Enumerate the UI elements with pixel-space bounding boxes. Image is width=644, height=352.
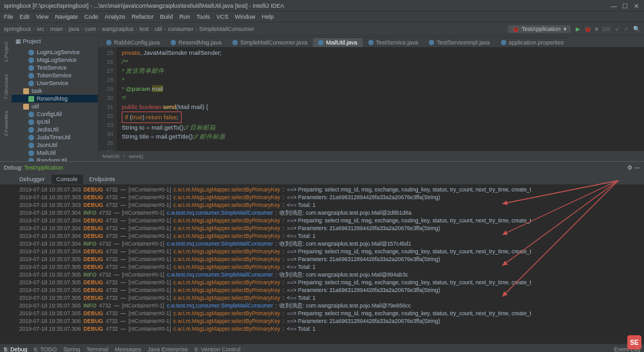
window-title: springboot [F:\project\springboot] - ...…: [4, 3, 611, 9]
stop-icon[interactable]: ■: [595, 26, 598, 32]
project-pane-header[interactable]: ▦ Project: [12, 35, 98, 47]
code-area[interactable]: private, JavaMailSender mailSender; /** …: [117, 47, 644, 151]
search-icon[interactable]: 🔍: [633, 26, 640, 32]
bottom-tab[interactable]: Java Enterprise: [147, 346, 188, 352]
tree-item-label: RandomUtil: [37, 157, 67, 161]
breadcrumb-item[interactable]: wangzaiplus: [102, 26, 134, 32]
bottom-tab[interactable]: 6: TODO: [34, 346, 57, 352]
breadcrumb-item[interactable]: MailUtil: [102, 153, 119, 159]
menu-tools[interactable]: Tools: [196, 14, 210, 20]
menu-code[interactable]: Code: [84, 14, 99, 20]
tree-item[interactable]: MailUtil: [12, 149, 98, 157]
tab-label: RabbitConfig.java: [114, 39, 160, 46]
editor-tab[interactable]: ResendMsg.java: [166, 37, 227, 47]
tree-item[interactable]: TestService: [12, 64, 98, 72]
tree-item[interactable]: task: [12, 87, 98, 95]
editor: RabbitConfig.javaResendMsg.javaSimpleMai…: [99, 35, 644, 161]
tree-item-label: TokenService: [37, 72, 71, 79]
tree-item[interactable]: UserService: [12, 79, 98, 87]
breadcrumb-item[interactable]: src: [37, 26, 44, 32]
run-icon[interactable]: ▶: [576, 26, 580, 32]
debug-tab-debugger[interactable]: Debugger: [14, 175, 50, 184]
editor-tab[interactable]: SimpleMailConsumer.java: [227, 37, 312, 47]
tree-item-label: JodaTimeUtil: [37, 134, 70, 141]
breadcrumb-item[interactable]: send(): [129, 153, 144, 159]
tree-item[interactable]: RandomUtil: [12, 157, 98, 161]
bottom-tab[interactable]: Messages: [115, 346, 141, 352]
breadcrumb-item[interactable]: java: [69, 26, 80, 32]
editor-tab[interactable]: application.properties: [496, 37, 569, 47]
menu-analyze[interactable]: Analyze: [104, 14, 125, 20]
bottom-tab[interactable]: 5: Debug: [4, 346, 28, 352]
class-icon: [28, 57, 34, 63]
git-update-icon[interactable]: ↙: [615, 26, 620, 32]
tree-item[interactable]: JedisUtil: [12, 126, 98, 133]
log-row: 2019-07-18 19:35:07.303 DEBUG 4732 --- […: [19, 201, 640, 209]
bottom-tool-stripe: 5: Debug6: TODOSpringTerminalMessagesJav…: [0, 344, 644, 352]
tree-item[interactable]: JsonUtil: [12, 141, 98, 149]
tree-item[interactable]: ConfigUtil: [12, 110, 98, 118]
menu-file[interactable]: File: [4, 14, 14, 20]
hide-icon[interactable]: —: [634, 164, 640, 171]
tree-item-label: LoginLogService: [37, 49, 80, 55]
menu-navigate[interactable]: Navigate: [55, 14, 78, 20]
menu-run[interactable]: Run: [180, 14, 191, 20]
breadcrumb-item[interactable]: test: [140, 26, 149, 32]
log-row: 2019-07-18 19:35:07.303 DEBUG 4732 --- […: [19, 186, 640, 193]
breadcrumb-item[interactable]: springboot: [4, 26, 31, 32]
tab-label: ResendMsg.java: [178, 39, 222, 46]
bottom-tab[interactable]: 9: Version Control: [194, 346, 241, 352]
tree-item[interactable]: util: [12, 103, 98, 110]
breadcrumb-item[interactable]: util: [155, 26, 162, 32]
bottom-tab[interactable]: Terminal: [86, 346, 108, 352]
menu-refactor[interactable]: Refactor: [131, 14, 153, 20]
debug-tab-console[interactable]: Console: [52, 175, 83, 184]
class-icon: [28, 65, 34, 71]
close-icon[interactable]: ✕: [634, 3, 640, 9]
editor-tab[interactable]: RabbitConfig.java: [101, 37, 165, 47]
run-config-selector[interactable]: 🐞 TestApplication ▾: [508, 25, 571, 33]
menu-edit[interactable]: Edit: [20, 14, 30, 20]
tree-item-label: UserService: [37, 80, 68, 86]
tree-item[interactable]: TokenService: [12, 72, 98, 79]
maximize-icon[interactable]: ☐: [622, 3, 629, 9]
tree-item[interactable]: MsgLogService: [12, 56, 98, 64]
gear-icon[interactable]: ⚙: [627, 164, 632, 171]
menu-view[interactable]: View: [36, 14, 48, 20]
tool-tab-structure[interactable]: 7:Structure: [3, 74, 9, 99]
breadcrumb-item[interactable]: consumer: [168, 26, 194, 32]
editor-tab[interactable]: MailUtil.java: [313, 37, 363, 47]
tool-tab-favorites[interactable]: 2:Favorites: [3, 111, 9, 137]
git-commit-icon[interactable]: ✓: [624, 26, 629, 32]
file-icon: [232, 40, 238, 45]
tool-tab-project[interactable]: 1:Project: [3, 42, 9, 63]
tree-item[interactable]: LoginLogService: [12, 48, 98, 56]
editor-tab[interactable]: TestServiceImpl.java: [424, 37, 495, 47]
log-row: 2019-07-18 19:35:07.306 DEBUG 4732 --- […: [19, 325, 640, 333]
tree-item[interactable]: IpUtil: [12, 118, 98, 126]
file-icon: [368, 40, 374, 45]
file-icon: [318, 40, 323, 45]
menu-window[interactable]: Window: [235, 14, 256, 20]
menu-vcs[interactable]: VCS: [216, 14, 229, 20]
class-icon: [28, 50, 34, 55]
tree-item[interactable]: ResendMsg: [12, 95, 98, 103]
breadcrumb-item[interactable]: SimpleMailConsumer: [199, 26, 254, 32]
log-row: 2019-07-18 19:35:07.305 DEBUG 4732 --- […: [19, 263, 640, 271]
git-label: Git:: [602, 26, 611, 32]
breadcrumb-sep: ›: [164, 26, 166, 32]
breadcrumb-item[interactable]: com: [85, 26, 96, 32]
bottom-tab[interactable]: Spring: [63, 346, 80, 352]
menu-build[interactable]: Build: [160, 14, 173, 20]
console-output[interactable]: 2019-07-18 19:35:07.303 DEBUG 4732 --- […: [0, 184, 644, 344]
debug-icon[interactable]: 🐞: [584, 26, 591, 32]
breadcrumb-sep: ›: [65, 26, 67, 32]
minimize-icon[interactable]: —: [611, 3, 617, 9]
menu-help[interactable]: Help: [262, 14, 274, 20]
tree-item[interactable]: JodaTimeUtil: [12, 133, 98, 141]
editor-tab[interactable]: TestService.java: [363, 37, 424, 47]
breadcrumb-item[interactable]: main: [50, 26, 63, 32]
log-row: 2019-07-18 19:35:07.306 DEBUG 4732 --- […: [19, 317, 640, 325]
log-row: 2019-07-18 19:35:07.304 DEBUG 4732 --- […: [19, 232, 640, 240]
debug-tab-endpoints[interactable]: Endpoints: [84, 175, 120, 184]
